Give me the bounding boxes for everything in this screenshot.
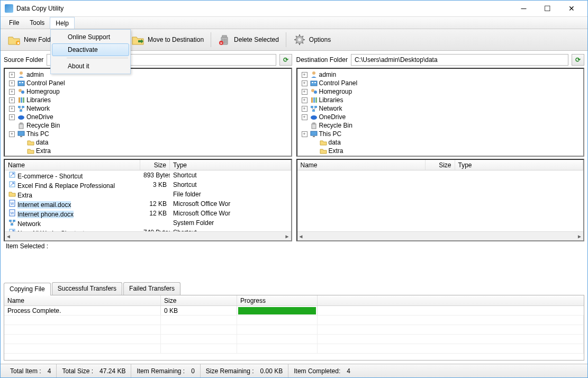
new-folder-button[interactable]: ★ New Fold [3, 31, 56, 49]
tree-item[interactable]: +Libraries [298, 96, 583, 104]
expand-icon[interactable]: + [9, 72, 15, 78]
tree-item[interactable]: +Libraries [6, 96, 290, 104]
tree-item[interactable]: +OneDrive [6, 113, 290, 121]
svg-rect-65 [312, 124, 316, 129]
destination-tree[interactable]: +admin+Control Panel+Homegroup+Libraries… [296, 68, 585, 157]
tree-item[interactable]: data [298, 138, 583, 147]
maximize-button[interactable]: ☐ [536, 1, 559, 16]
expand-icon[interactable]: + [9, 114, 15, 120]
tree-item[interactable]: +Network [6, 104, 290, 113]
expand-icon[interactable]: + [302, 97, 307, 103]
col-type[interactable]: Type [455, 160, 584, 170]
tree-item[interactable]: Recycle Bin [6, 121, 290, 130]
destination-hscroll[interactable]: ◄► [297, 231, 584, 240]
pc-icon [310, 130, 318, 138]
col-size[interactable]: Size [426, 160, 455, 170]
svg-rect-26 [21, 97, 22, 103]
expand-icon[interactable]: + [302, 106, 307, 112]
source-refresh-button[interactable]: ⟳ [279, 54, 292, 66]
docx-icon: W [8, 200, 16, 207]
expand-icon[interactable]: + [302, 72, 307, 78]
tree-item[interactable]: +Homegroup [298, 87, 583, 96]
destination-file-list[interactable]: Name Size Type ◄► [296, 159, 585, 241]
destination-refresh-button[interactable]: ⟳ [572, 54, 584, 66]
move-to-destination-button[interactable]: Move to Destination [126, 31, 209, 49]
svg-rect-52 [312, 82, 313, 83]
menu-help[interactable]: Help [50, 17, 75, 29]
menu-separator [67, 58, 128, 58]
tree-item[interactable]: +This PC [298, 130, 583, 138]
options-button[interactable]: Options [288, 31, 336, 49]
expand-icon[interactable]: + [9, 89, 15, 95]
folder-icon [319, 147, 328, 155]
titlebar: Data Copy Utility ─ ☐ ✕ [1, 1, 587, 16]
tree-item[interactable]: +Control Panel [6, 79, 290, 87]
source-file-list[interactable]: Name Size Type E-commerce - Shortcut893 … [4, 159, 292, 241]
recycle-icon [310, 122, 318, 129]
destination-path-input[interactable] [351, 54, 568, 66]
svg-rect-34 [19, 124, 23, 129]
col-size[interactable]: Size [140, 160, 170, 170]
expand-icon[interactable]: + [9, 97, 15, 103]
expand-icon[interactable]: + [9, 106, 15, 112]
svg-rect-45 [13, 220, 15, 222]
cop-col-name[interactable]: Name [4, 295, 161, 305]
item-remaining-value: 0 [191, 367, 195, 375]
close-button[interactable]: ✕ [559, 1, 583, 16]
svg-line-16 [302, 42, 303, 43]
menu-tools[interactable]: Tools [24, 17, 50, 29]
tab-copying-file[interactable]: Copying File [4, 283, 51, 295]
folder-icon [8, 190, 16, 197]
tree-item[interactable]: +Network [298, 104, 583, 113]
tree-item[interactable]: Extra [6, 147, 290, 155]
svg-point-50 [312, 71, 315, 75]
svg-text:W: W [11, 202, 14, 205]
expand-icon[interactable]: + [9, 131, 15, 137]
svg-line-48 [12, 222, 14, 223]
source-tree[interactable]: +admin+Control Panel+Homegroup+Libraries… [4, 68, 292, 157]
source-hscroll[interactable]: ◄► [5, 231, 291, 240]
tab-failed-transfers[interactable]: Failed Transfers [123, 282, 180, 295]
total-item-label: Total Item : [10, 367, 41, 375]
list-item[interactable]: New All Work - Shortcut740 BytesShortcut [5, 228, 291, 231]
svg-line-47 [10, 222, 12, 223]
bottom-tabs: Copying File Successful Transfers Failed… [4, 282, 584, 361]
svg-rect-68 [313, 136, 315, 137]
expand-icon[interactable]: + [9, 80, 15, 86]
expand-icon[interactable]: + [302, 89, 307, 95]
svg-text:W: W [11, 211, 14, 215]
statusbar: Total Item : 4 Total Size : 47.24 KB Ite… [1, 364, 587, 377]
svg-rect-27 [23, 97, 24, 103]
net-icon [310, 105, 318, 112]
onedrive-icon [17, 113, 25, 121]
source-pane: Source Folder ⟳ +admin+Control Panel+Hom… [4, 53, 292, 280]
tree-item[interactable]: +Homegroup [6, 87, 290, 96]
cop-col-size[interactable]: Size [161, 295, 237, 305]
tree-item[interactable]: Extra [298, 147, 583, 155]
svg-rect-3 [222, 35, 227, 37]
tree-item[interactable]: data [6, 138, 290, 147]
expand-icon[interactable]: + [302, 80, 307, 86]
menu-about[interactable]: About it [52, 60, 129, 73]
svg-rect-66 [313, 123, 315, 124]
menu-file[interactable]: File [4, 17, 24, 29]
svg-rect-58 [315, 97, 317, 103]
menu-deactivate[interactable]: Deactivate [52, 43, 129, 56]
cop-col-progress[interactable]: Progress [237, 295, 318, 305]
tab-successful-transfers[interactable]: Successful Transfers [52, 282, 122, 295]
col-name[interactable]: Name [5, 160, 140, 170]
tree-item[interactable]: +admin [298, 70, 583, 79]
col-type[interactable]: Type [170, 160, 291, 170]
delete-selected-button[interactable]: ✕ Delete Selected [213, 31, 284, 49]
tree-item[interactable]: +admin [6, 70, 290, 79]
expand-icon[interactable]: + [302, 131, 307, 137]
expand-icon[interactable]: + [302, 114, 307, 120]
tree-item[interactable]: +OneDrive [298, 113, 583, 121]
tree-item[interactable]: +This PC [6, 130, 290, 138]
col-name[interactable]: Name [297, 160, 426, 170]
user-icon [17, 71, 25, 78]
minimize-button[interactable]: ─ [512, 1, 536, 16]
tree-item[interactable]: +Control Panel [298, 79, 583, 87]
tree-item[interactable]: Recycle Bin [298, 121, 583, 130]
menu-online-support[interactable]: Online Support [52, 31, 129, 43]
